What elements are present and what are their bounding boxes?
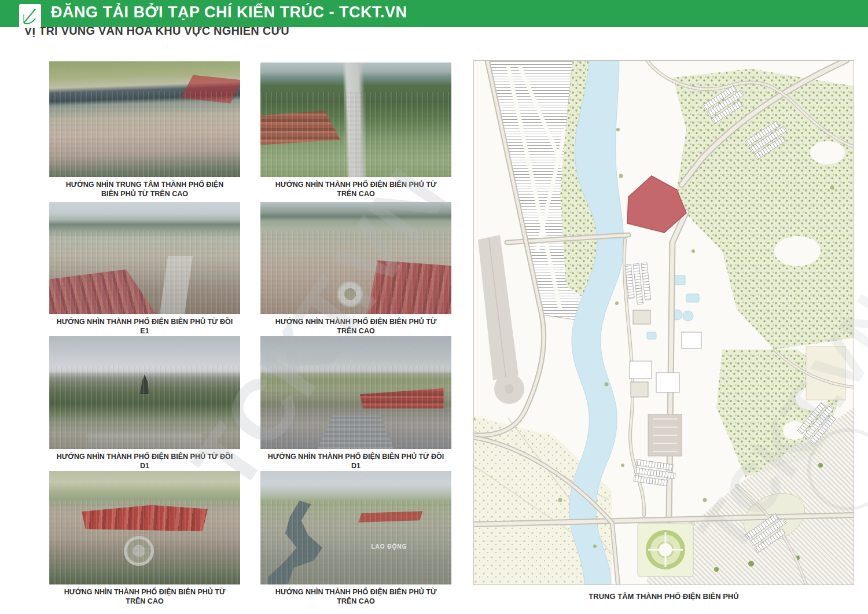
- roundabout-overlay: [124, 536, 154, 566]
- tckt-logo-icon: [19, 4, 41, 28]
- river-overlay: [268, 501, 325, 584]
- aerial-photo-5: [49, 336, 240, 449]
- photo-figure-4: HƯỚNG NHÌN THÀNH PHỐ ĐIỆN BIÊN PHỦ TỪ TR…: [260, 202, 451, 336]
- photo-caption-2: HƯỚNG NHÌN THÀNH PHỐ ĐIỆN BIÊN PHỦ TỪ TR…: [265, 180, 447, 199]
- study-area-highlight: [181, 75, 240, 103]
- photo-watermark-text: LAO ĐỘNG: [371, 543, 407, 550]
- roundabout-overlay: [337, 281, 363, 307]
- study-area-highlight: [82, 505, 208, 531]
- photo-caption-7: HƯỚNG NHÌN THÀNH PHỐ ĐIỆN BIÊN PHỦ TỪ TR…: [54, 587, 236, 606]
- photo-caption-4: HƯỚNG NHÌN THÀNH PHỐ ĐIỆN BIÊN PHỦ TỪ TR…: [265, 317, 447, 336]
- master-plan-map: [473, 60, 854, 585]
- stairs-overlay: [318, 416, 394, 450]
- road-overlay: [160, 256, 193, 314]
- brand-title: ĐĂNG TẢI BỞI TẠP CHÍ KIẾN TRÚC - TCKT.VN: [51, 3, 407, 21]
- photo-caption-5: HƯỚNG NHÌN THÀNH PHỐ ĐIỆN BIÊN PHỦ TỪ ĐỒ…: [54, 452, 236, 471]
- photo-figure-8: LAO ĐỘNG HƯỚNG NHÌN THÀNH PHỐ ĐIỆN BIÊN …: [260, 471, 451, 606]
- red-roofs-overlay: [260, 111, 341, 145]
- monument-silhouette: [137, 374, 152, 394]
- photo-figure-3: HƯỚNG NHÌN THÀNH PHỐ ĐIỆN BIÊN PHỦ TỪ ĐỒ…: [49, 202, 240, 336]
- master-plan-figure: TRUNG TÂM THÀNH PHỐ ĐIỆN BIÊN PHỦ: [473, 60, 854, 601]
- stadium-block: [648, 414, 682, 456]
- photo-figure-6: HƯỚNG NHÌN THÀNH PHỐ ĐIỆN BIÊN PHỦ TỪ ĐỒ…: [260, 336, 451, 471]
- aerial-photo-1: [49, 61, 240, 177]
- photo-figure-2: HƯỚNG NHÌN THÀNH PHỐ ĐIỆN BIÊN PHỦ TỪ TR…: [260, 62, 451, 199]
- map-caption: TRUNG TÂM THÀNH PHỐ ĐIỆN BIÊN PHỦ: [473, 592, 854, 601]
- photo-figure-1: HƯỚNG NHÌN TRUNG TÂM THÀNH PHỐ ĐIỆN BIÊN…: [49, 61, 240, 199]
- aerial-photo-7: [49, 471, 240, 584]
- photo-figure-5: HƯỚNG NHÌN THÀNH PHỐ ĐIỆN BIÊN PHỦ TỪ ĐỒ…: [49, 336, 240, 471]
- header-bar: ĐĂNG TẢI BỞI TẠP CHÍ KIẾN TRÚC - TCKT.VN: [0, 0, 868, 27]
- aerial-photo-8: LAO ĐỘNG: [260, 471, 451, 584]
- aerial-photo-2: [260, 62, 451, 177]
- study-area-highlight: [358, 511, 422, 522]
- red-roofs-overlay: [367, 260, 451, 314]
- tckt-logo-glyph: [21, 6, 39, 26]
- plaza-overlay: [87, 433, 202, 449]
- photo-caption-3: HƯỚNG NHÌN THÀNH PHỐ ĐIỆN BIÊN PHỦ TỪ ĐỒ…: [54, 317, 236, 336]
- aerial-photo-3: [49, 202, 240, 314]
- photo-caption-1: HƯỚNG NHÌN TRUNG TÂM THÀNH PHỐ ĐIỆN BIÊN…: [59, 180, 230, 199]
- aerial-photo-4: [260, 202, 451, 314]
- aerial-photo-6: [260, 336, 451, 449]
- circular-park: [638, 523, 693, 576]
- red-roofs-overlay: [49, 269, 156, 314]
- photo-caption-8: HƯỚNG NHÌN THÀNH PHỐ ĐIỆN BIÊN PHỦ TỪ TR…: [265, 587, 447, 606]
- photo-figure-7: HƯỚNG NHÌN THÀNH PHỐ ĐIỆN BIÊN PHỦ TỪ TR…: [49, 471, 240, 606]
- study-area-highlight: [360, 388, 444, 409]
- photo-caption-6: HƯỚNG NHÌN THÀNH PHỐ ĐIỆN BIÊN PHỦ TỪ ĐỒ…: [265, 452, 447, 471]
